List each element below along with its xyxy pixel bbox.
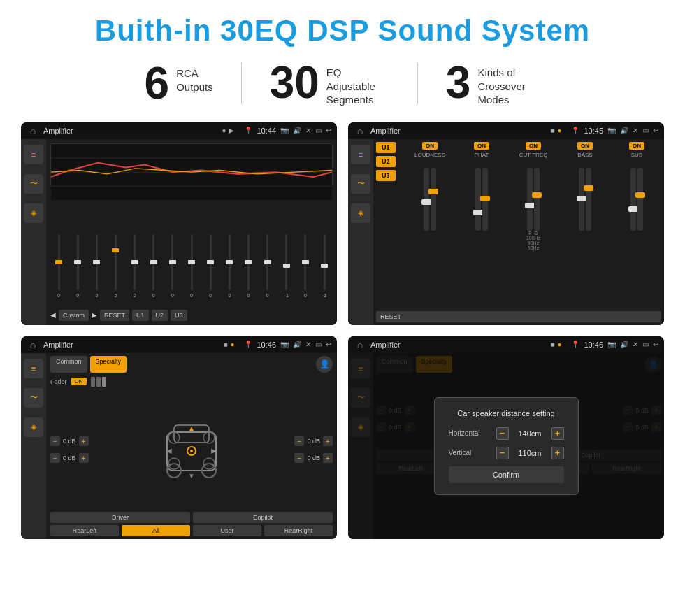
- u2-cross-btn[interactable]: U2: [376, 156, 396, 167]
- u-buttons: U1 U2 U3: [376, 142, 396, 181]
- speaker-icon-3[interactable]: ◈: [24, 417, 43, 437]
- left-bot-db: − 0 dB +: [50, 453, 89, 463]
- u1-cross-btn[interactable]: U1: [376, 142, 396, 153]
- plus-btn-1[interactable]: +: [79, 436, 89, 446]
- left-top-db: − 0 dB +: [50, 436, 89, 446]
- plus-btn-4[interactable]: +: [323, 453, 333, 463]
- all-btn[interactable]: All: [122, 525, 190, 536]
- home-icon-4: ⌂: [354, 338, 366, 351]
- eq-slider-5: 0: [145, 234, 162, 304]
- eq-slider-11: 0: [259, 234, 276, 304]
- svg-text:◀: ◀: [166, 447, 172, 454]
- screen-speaker: ⌂ Amplifier ■ ● 📍 10:46 📷 🔊 ✕ ▭ ↩ ≡ 〜 ◈: [21, 336, 337, 539]
- wave-icon[interactable]: 〜: [24, 174, 43, 194]
- speaker-icon[interactable]: ◈: [24, 203, 43, 223]
- eq-sliders: 0 0 0 5: [50, 197, 333, 307]
- status-bar-2: ⌂ Amplifier ■ ● 📍 10:45 📷 🔊 ✕ ▭ ↩: [348, 122, 664, 139]
- eq-slider-4: 0: [127, 234, 143, 304]
- eq-slider-12: -1: [278, 234, 295, 304]
- cross-channels: ON LOUDNESS ON PHAT: [376, 142, 661, 308]
- reset-btn[interactable]: RESET: [100, 310, 129, 321]
- sub-label: SUB: [631, 152, 642, 158]
- eq-icon-3[interactable]: ≡: [24, 359, 43, 378]
- sub-sliders: [630, 161, 643, 231]
- status-bar-1: ⌂ Amplifier ● ▶ 📍 10:44 📷 🔊 ✕ ▭ ↩: [21, 122, 337, 139]
- screen4-time: 10:46: [584, 341, 603, 349]
- horizontal-minus[interactable]: −: [496, 427, 509, 440]
- channel-bass: ON BASS: [561, 142, 610, 308]
- x-icon: ✕: [305, 127, 311, 134]
- eq-slider-1: 0: [69, 234, 86, 304]
- cam-icon: 📷: [280, 127, 289, 134]
- screen4-title: Amplifier: [370, 341, 546, 349]
- screen1-title: Amplifier: [43, 127, 217, 135]
- fader-label: Fader: [50, 378, 67, 385]
- stat-number-crossover: 3: [446, 60, 471, 105]
- u3-cross-btn[interactable]: U3: [376, 170, 396, 181]
- cross-reset-btn[interactable]: RESET: [376, 311, 661, 322]
- horizontal-plus[interactable]: +: [551, 427, 564, 440]
- fader-row: Fader ON: [50, 377, 333, 387]
- channel-sub: ON SUB: [612, 142, 661, 308]
- tab-row: Common Specialty 👤: [50, 356, 333, 373]
- rect-icon: ▭: [315, 127, 322, 134]
- cross-main: U1 U2 U3 ON LOUDNESS: [373, 139, 664, 325]
- wave-icon-2[interactable]: 〜: [351, 174, 370, 194]
- vertical-plus[interactable]: +: [551, 447, 564, 459]
- speaker-icon-2[interactable]: ◈: [351, 203, 370, 223]
- phat-sliders: [475, 161, 488, 231]
- screen1-time: 10:44: [257, 127, 276, 135]
- eq-slider-9: 0: [221, 234, 238, 304]
- channel-cutfreq: ON CUT FREQ F G 100Hz 80Hz 60Hz: [509, 142, 558, 308]
- person-icon: 👤: [316, 356, 333, 373]
- stats-row: 6 RCAOutputs 30 EQ AdjustableSegments 3 …: [21, 60, 664, 107]
- tab-common[interactable]: Common: [50, 356, 87, 373]
- screen4-body: ≡ 〜 ◈ Common Specialty 👤: [348, 353, 664, 539]
- wave-icon-3[interactable]: 〜: [24, 388, 43, 408]
- u3-btn[interactable]: U3: [171, 310, 187, 321]
- screen-eq: ⌂ Amplifier ● ▶ 📍 10:44 📷 🔊 ✕ ▭ ↩ ≡ 〜 ◈: [21, 122, 337, 325]
- driver-btn[interactable]: Driver: [50, 512, 190, 523]
- rearleft-btn[interactable]: RearLeft: [50, 525, 119, 536]
- reset-area: RESET: [376, 311, 661, 322]
- eq-icon-2[interactable]: ≡: [351, 145, 370, 164]
- page-title: Buith-in 30EQ DSP Sound System: [21, 14, 664, 48]
- eq-main: 2532405063 80100125160200 25032040050063…: [46, 139, 337, 325]
- eq-slider-14: -1: [316, 234, 333, 304]
- channel-loudness: ON LOUDNESS: [405, 142, 454, 308]
- stat-number-rca: 6: [145, 61, 170, 106]
- minus-btn-1[interactable]: −: [50, 436, 60, 446]
- rearright-btn[interactable]: RearRight: [264, 525, 333, 536]
- bottom-btns-2: RearLeft All User RearRight: [50, 525, 333, 536]
- plus-btn-2[interactable]: +: [79, 453, 89, 463]
- screen-distance: ⌂ Amplifier ■ ● 📍 10:46 📷 🔊 ✕ ▭ ↩ ≡: [348, 336, 664, 539]
- eq-slider-8: 0: [202, 234, 219, 304]
- u1-btn[interactable]: U1: [132, 310, 149, 321]
- copilot-btn[interactable]: Copilot: [193, 512, 333, 523]
- vertical-minus[interactable]: −: [496, 447, 509, 459]
- screens-grid: ⌂ Amplifier ● ▶ 📍 10:44 📷 🔊 ✕ ▭ ↩ ≡ 〜 ◈: [21, 122, 664, 539]
- screen3-title: Amplifier: [43, 341, 219, 349]
- status-icons-4: ■ ●: [550, 341, 561, 348]
- side-controls-1: ≡ 〜 ◈: [21, 139, 46, 325]
- phat-label: PHAT: [475, 152, 489, 158]
- vertical-value: 110cm: [514, 449, 546, 457]
- minus-btn-3[interactable]: −: [294, 436, 304, 446]
- eq-icon[interactable]: ≡: [24, 145, 43, 164]
- u2-btn[interactable]: U2: [152, 310, 168, 321]
- stat-label-crossover: Kinds ofCrossover Modes: [477, 60, 540, 107]
- minus-btn-4[interactable]: −: [294, 453, 304, 463]
- eq-bottom-bar: ◀ Custom ▶ RESET U1 U2 U3: [50, 310, 333, 321]
- plus-btn-3[interactable]: +: [323, 436, 333, 446]
- eq-slider-2: 0: [88, 234, 105, 304]
- vertical-label: Vertical: [449, 449, 491, 457]
- confirm-button[interactable]: Confirm: [449, 466, 564, 483]
- user-btn[interactable]: User: [193, 525, 261, 536]
- svg-text:▼: ▼: [188, 472, 195, 480]
- phat-on: ON: [474, 142, 489, 150]
- vertical-row: Vertical − 110cm +: [449, 447, 564, 459]
- minus-btn-2[interactable]: −: [50, 453, 60, 463]
- horizontal-label: Horizontal: [449, 429, 491, 437]
- stat-label-eq: EQ AdjustableSegments: [326, 60, 389, 107]
- tab-specialty[interactable]: Specialty: [90, 356, 127, 373]
